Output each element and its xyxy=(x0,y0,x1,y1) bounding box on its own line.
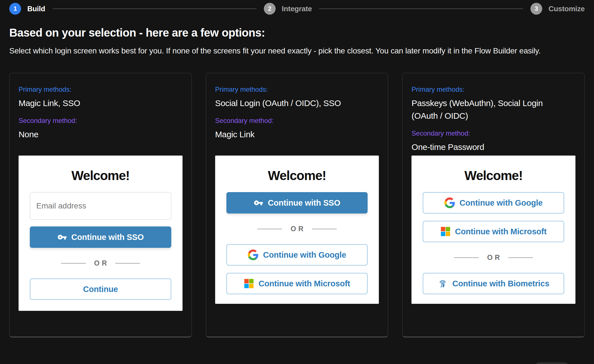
email-input[interactable] xyxy=(30,192,171,220)
step-3-circle: 3 xyxy=(530,3,542,15)
step-2-circle: 2 xyxy=(264,3,276,15)
or-divider: OR xyxy=(423,253,564,262)
or-text: OR xyxy=(92,259,109,267)
divider-line xyxy=(312,229,337,229)
secondary-method-value: None xyxy=(19,128,183,141)
continue-with-microsoft-button[interactable]: Continue with Microsoft xyxy=(423,221,564,242)
continue-label: Continue xyxy=(83,285,118,294)
welcome-heading: Welcome! xyxy=(30,168,171,183)
stepper-connector xyxy=(53,8,256,9)
divider-line xyxy=(61,263,86,264)
continue-with-sso-button[interactable]: Continue with SSO xyxy=(30,226,171,248)
continue-with-sso-button[interactable]: Continue with SSO xyxy=(226,192,368,214)
or-text: OR xyxy=(288,225,306,233)
continue-with-google-label: Continue with Google xyxy=(460,198,543,208)
continue-button[interactable]: Continue xyxy=(30,278,171,300)
page-subtitle: Select which login screen works best for… xyxy=(9,44,570,58)
or-text: OR xyxy=(485,253,502,262)
page-title: Based on your selection - here are a few… xyxy=(9,26,585,39)
login-preview: Welcome! Continue with SSO OR Continue xyxy=(19,156,183,311)
secondary-method-label: Secondary method: xyxy=(19,117,183,125)
google-icon xyxy=(444,197,455,208)
step-build[interactable]: 1 Build xyxy=(9,3,45,15)
continue-with-google-label: Continue with Google xyxy=(263,250,346,260)
step-3-label: Customize xyxy=(548,5,585,13)
continue-with-microsoft-button[interactable]: Continue with Microsoft xyxy=(226,273,368,294)
continue-with-microsoft-label: Continue with Microsoft xyxy=(455,227,547,236)
or-divider: OR xyxy=(226,225,368,233)
continue-with-microsoft-label: Continue with Microsoft xyxy=(258,279,350,288)
option-card-social-sso[interactable]: Primary methods: Social Login (OAuth / O… xyxy=(206,73,388,337)
continue-with-google-button[interactable]: Continue with Google xyxy=(226,244,368,266)
primary-methods-value: Social Login (OAuth / OIDC), SSO xyxy=(215,97,379,109)
login-preview: Welcome! Continue with SSO OR Continue w… xyxy=(215,156,379,304)
primary-methods-label: Primary methods: xyxy=(411,86,575,93)
welcome-heading: Welcome! xyxy=(226,168,368,183)
welcome-heading: Welcome! xyxy=(423,168,564,183)
continue-with-biometrics-label: Continue with Biometrics xyxy=(452,279,549,288)
divider-line xyxy=(508,257,533,258)
continue-with-sso-label: Continue with SSO xyxy=(71,233,144,242)
secondary-method-label: Secondary method: xyxy=(215,117,379,125)
primary-methods-label: Primary methods: xyxy=(19,86,183,93)
primary-methods-value: Passkeys (WebAuthn), Social Login (OAuth… xyxy=(411,97,546,122)
step-2-label: Integrate xyxy=(282,5,312,13)
step-integrate[interactable]: 2 Integrate xyxy=(264,3,312,15)
primary-methods-value: Magic Link, SSO xyxy=(19,97,183,109)
microsoft-icon xyxy=(244,278,254,289)
continue-with-biometrics-button[interactable]: Continue with Biometrics xyxy=(423,273,564,294)
divider-line xyxy=(115,263,140,264)
secondary-method-value: One-time Password xyxy=(411,141,575,153)
secondary-method-label: Secondary method: xyxy=(411,129,575,137)
continue-with-google-button[interactable]: Continue with Google xyxy=(423,192,564,214)
wizard-stepper: 1 Build 2 Integrate 3 Customize xyxy=(0,0,594,15)
primary-methods-label: Primary methods: xyxy=(215,86,379,93)
divider-line xyxy=(454,257,479,258)
google-icon xyxy=(248,250,258,260)
fingerprint-icon xyxy=(438,278,448,289)
login-preview: Welcome! Continue with Google Continue w… xyxy=(411,156,575,304)
key-icon xyxy=(57,232,67,242)
divider-line xyxy=(257,229,282,229)
option-card-passkeys-social[interactable]: Primary methods: Passkeys (WebAuthn), So… xyxy=(402,73,585,337)
option-card-magic-link-sso[interactable]: Primary methods: Magic Link, SSO Seconda… xyxy=(9,73,192,337)
secondary-method-value: Magic Link xyxy=(215,128,379,141)
microsoft-icon xyxy=(440,226,451,237)
or-divider: OR xyxy=(30,259,171,267)
continue-with-sso-label: Continue with SSO xyxy=(268,198,340,208)
partial-bottom-button[interactable] xyxy=(535,362,568,364)
login-option-cards: Primary methods: Magic Link, SSO Seconda… xyxy=(9,73,585,337)
key-icon xyxy=(254,198,263,208)
step-customize[interactable]: 3 Customize xyxy=(530,3,585,15)
step-1-label: Build xyxy=(27,5,45,13)
stepper-connector xyxy=(319,8,523,9)
step-1-circle: 1 xyxy=(9,3,21,15)
